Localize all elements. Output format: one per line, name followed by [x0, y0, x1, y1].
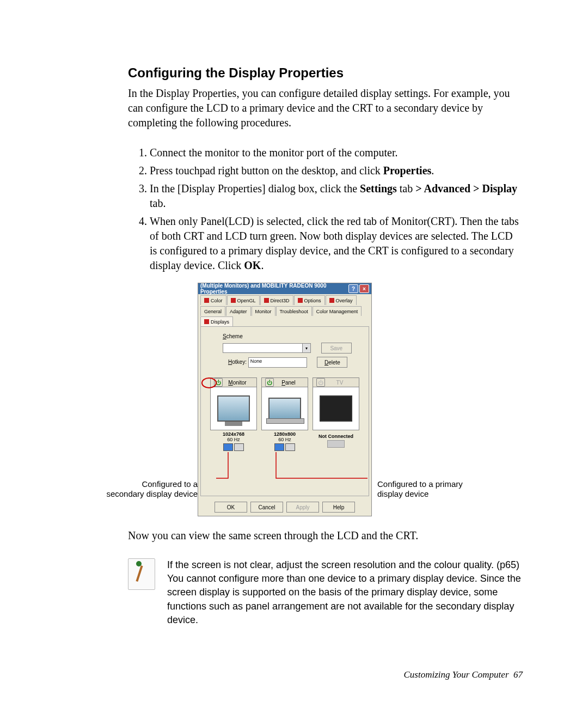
tab-row-2: General Adapter Monitor Troubleshoot Col…: [198, 305, 371, 326]
tab-options[interactable]: Options: [294, 295, 325, 305]
apply-button[interactable]: Apply: [286, 502, 319, 513]
tab-body: Scheme ▾ Save Hotkey: None Delete ⏻: [200, 326, 369, 496]
tv-not-connected: Not Connected: [313, 434, 359, 439]
panel-toggle[interactable]: [261, 443, 308, 451]
note-icon: [128, 558, 155, 590]
hotkey-value[interactable]: None: [248, 357, 307, 368]
tab-displays[interactable]: Displays: [200, 316, 233, 326]
titlebar-help-button[interactable]: ?: [348, 284, 358, 293]
note-block: If the screen is not clear, adjust the s…: [128, 558, 523, 627]
tab-color[interactable]: Color: [200, 295, 226, 305]
caption-secondary: Configured to a secondary display device: [105, 479, 198, 499]
tab-adapter[interactable]: Adapter: [226, 306, 251, 316]
chevron-down-icon[interactable]: ▾: [303, 343, 311, 353]
monitor-resolution: 1024x768: [210, 431, 257, 437]
annotation-circle-icon: [201, 377, 217, 389]
device-tv: ⏻ TV Not Connected: [313, 377, 359, 451]
tab-troubleshoot[interactable]: Troubleshoot: [276, 306, 312, 316]
panel-refresh: 60 Hz: [261, 437, 308, 442]
ati-icon: [264, 298, 269, 303]
cancel-button[interactable]: Cancel: [250, 502, 283, 513]
tab-overlay[interactable]: Overlay: [326, 295, 357, 305]
ati-icon: [231, 298, 236, 303]
tab-direct3d[interactable]: Direct3D: [260, 295, 293, 305]
properties-window: (Multiple Monitors) and MOBILITY RADEON …: [198, 283, 372, 516]
caption-primary: Configured to a primary display device: [377, 479, 470, 499]
ok-button[interactable]: OK: [215, 502, 247, 513]
ati-icon: [329, 298, 334, 303]
help-button[interactable]: Help: [322, 502, 355, 513]
tab-monitor[interactable]: Monitor: [252, 306, 275, 316]
step-1: Connect the monitor to the monitor port …: [150, 145, 523, 160]
hotkey-label: Hotkey:: [228, 359, 248, 365]
monitor-thumbnail[interactable]: [210, 387, 257, 430]
monitor-toggle[interactable]: [210, 443, 257, 451]
note-text: If the screen is not clear, adjust the s…: [167, 558, 523, 627]
ati-icon: [298, 298, 303, 303]
panel-resolution: 1280x800: [261, 431, 308, 437]
titlebar-close-button[interactable]: ×: [359, 284, 369, 293]
section-heading: Configuring the Display Properties: [128, 65, 523, 81]
device-panel: ⏻ Panel 1280x800 60 Hz: [261, 377, 308, 451]
tv-disconnected-icon: [327, 440, 345, 448]
panel-thumbnail[interactable]: [261, 387, 308, 430]
scheme-select[interactable]: [223, 343, 303, 353]
screenshot-figure: Configured to a secondary display device…: [105, 283, 523, 516]
power-icon[interactable]: ⏻: [265, 378, 274, 387]
window-button-row: OK Cancel Apply Help: [198, 498, 371, 516]
device-grid: ⏻ Monitor 1024x768 60 Hz ⏻ Panel: [206, 377, 363, 451]
tab-opengl[interactable]: OpenGL: [227, 295, 260, 305]
window-title: (Multiple Monitors) and MOBILITY RADEON …: [200, 283, 348, 295]
power-icon[interactable]: ⏻: [316, 378, 325, 387]
step-4: When only Panel(LCD) is selected, click …: [150, 214, 523, 273]
ati-icon: [204, 298, 209, 303]
step-3: In the [Display Properties] dialog box, …: [150, 181, 523, 211]
annotation-line-icon: [216, 452, 265, 484]
step-2: Press touchpad right button on the deskt…: [150, 163, 523, 178]
tab-general[interactable]: General: [200, 306, 225, 316]
page: Configuring the Display Properties In th…: [0, 0, 588, 713]
page-footer: Customizing Your Computer 67: [403, 669, 523, 680]
tab-row-1: Color OpenGL Direct3D Options Overlay: [198, 294, 371, 305]
steps-list: Connect the monitor to the monitor port …: [128, 145, 523, 273]
ati-icon: [204, 319, 209, 324]
delete-button[interactable]: Delete: [317, 357, 347, 368]
save-button[interactable]: Save: [321, 343, 352, 354]
monitor-refresh: 60 Hz: [210, 437, 257, 442]
annotation-line-icon: [271, 452, 369, 484]
svg-point-0: [202, 378, 216, 388]
intro-paragraph: In the Display Properties, you can confi…: [128, 86, 523, 130]
tv-thumbnail: [313, 387, 359, 430]
tab-color-mgmt[interactable]: Color Management: [313, 306, 362, 316]
titlebar: (Multiple Monitors) and MOBILITY RADEON …: [198, 283, 371, 294]
scheme-label: Scheme: [223, 333, 243, 339]
followup-text: Now you can view the same screen through…: [128, 528, 523, 543]
